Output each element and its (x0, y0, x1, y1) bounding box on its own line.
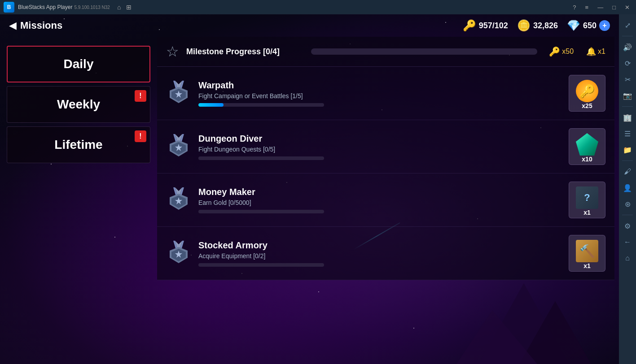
tab-lifetime-label: Lifetime (54, 138, 102, 152)
milestone-progress-bar (311, 48, 537, 55)
volume-icon[interactable]: 🔊 (620, 40, 635, 54)
mission-warpath-reward: 🔑 x25 (569, 75, 605, 112)
medal-armory (166, 241, 191, 266)
mission-dungeon-reward: x10 (569, 128, 605, 165)
mission-money-reward: ? x1 (569, 182, 605, 218)
mission-armory-progress-bar (198, 263, 324, 267)
tab-weekly-label: Weekly (57, 97, 100, 112)
mission-warpath-qty: x25 (582, 102, 592, 109)
back-arrow-icon: ◀ (9, 20, 17, 31)
back-button[interactable]: ◀ Missions (9, 20, 62, 31)
mission-money-qty: x1 (583, 209, 591, 216)
home-sidebar-icon[interactable]: ⌂ (620, 251, 635, 265)
content-area: Daily Weekly ! Lifetime ! ☆ Milestone Pr… (0, 37, 619, 364)
back-sidebar-icon[interactable]: ← (620, 235, 635, 249)
sidebar-sep-3 (622, 160, 633, 161)
titlebar-menu-btn[interactable]: ≡ (583, 3, 592, 12)
medal-money (166, 187, 191, 212)
titlebar-controls: ? ≡ — □ ✕ (570, 3, 632, 12)
tab-daily[interactable]: Daily (7, 46, 150, 82)
reward-key-icon: 🔑 (576, 80, 598, 102)
medal-dungeon (166, 134, 191, 159)
tab-daily-label: Daily (64, 57, 94, 71)
list-sidebar-icon[interactable]: ☰ (620, 126, 635, 141)
mission-warpath-fill (198, 103, 224, 107)
mission-armory-reward: 🔨 x1 (569, 235, 605, 272)
milestone-reward1-qty: x50 (562, 48, 574, 56)
mission-money-desc: Earn Gold [0/5000] (198, 199, 561, 206)
milestone-reward-2: 🔔 x1 (586, 47, 605, 56)
titlebar-close-btn[interactable]: ✕ (622, 3, 632, 12)
mission-dungeon-progress-bar (198, 156, 324, 160)
titlebar-home-btn[interactable]: ⌂ (117, 4, 121, 11)
currency-group: 🔑 957/102 🪙 32,826 💎 650 + (463, 19, 610, 32)
app-name: BlueStacks App Player (18, 4, 72, 10)
screenshot-sidebar-icon[interactable]: ✂ (620, 72, 635, 87)
reward-mystery-icon: ? (576, 186, 598, 209)
mission-money-info: Money Maker Earn Gold [0/5000] (198, 187, 561, 213)
titlebar-help-btn[interactable]: ? (570, 3, 579, 12)
tab-lifetime[interactable]: Lifetime ! (7, 126, 150, 163)
titlebar-minimize-btn[interactable]: — (595, 3, 606, 12)
page-title: Missions (20, 20, 62, 31)
titlebar: B BlueStacks App Player 5.9.100.1013 N32… (0, 0, 636, 14)
gold-currency: 🪙 32,826 (517, 19, 558, 32)
reward-gem-icon (576, 133, 598, 156)
milestone-progress-row: ☆ Milestone Progress [0/4] 🔑 x50 🔔 x1 (157, 37, 614, 67)
exclamation-icon: ! (139, 92, 141, 100)
mission-money-progress-bar (198, 210, 324, 213)
titlebar-grid-btn[interactable]: ⊞ (126, 4, 132, 11)
mission-warpath-progress-bar (198, 103, 324, 107)
gems-value: 650 (583, 21, 597, 30)
brush-sidebar-icon[interactable]: 🖌 (620, 165, 635, 179)
gems-currency: 💎 650 + (567, 19, 610, 32)
milestone-star-icon: ☆ (166, 43, 179, 60)
milestone-label: Milestone Progress [0/4] (186, 47, 299, 56)
keys-value: 957/102 (479, 21, 508, 30)
mission-warpath-info: Warpath Fight Campaign or Event Battles … (198, 80, 561, 107)
mission-list: ☆ Milestone Progress [0/4] 🔑 x50 🔔 x1 (157, 37, 619, 364)
stack-sidebar-icon[interactable]: ⊛ (620, 197, 635, 211)
right-sidebar: ⤢ 🔊 ⟳ ✂ 📷 🏢 ☰ 📁 🖌 👤 ⊛ ⚙ ← ⌂ (619, 14, 636, 364)
mission-warpath-name: Warpath (198, 80, 561, 91)
mission-armory-name: Stocked Armory (198, 240, 561, 251)
mission-money-maker[interactable]: Money Maker Earn Gold [0/5000] ? x1 (157, 173, 614, 227)
keys-currency: 🔑 957/102 (463, 19, 508, 32)
folder-sidebar-icon[interactable]: 📁 (620, 143, 635, 157)
reward-hammer-icon: 🔨 (576, 240, 598, 262)
sidebar-sep-2 (622, 106, 633, 107)
mission-stocked-armory[interactable]: Stocked Armory Acquire Equipment [0/2] 🔨… (157, 227, 614, 280)
top-bar: ◀ Missions 🔑 957/102 🪙 32,826 💎 650 + (0, 14, 619, 37)
mission-armory-qty: x1 (583, 262, 591, 269)
sidebar-sep-4 (622, 215, 633, 215)
mission-armory-desc: Acquire Equipment [0/2] (198, 252, 561, 260)
medal-warpath (166, 81, 191, 106)
camera-sidebar-icon[interactable]: 📷 (620, 88, 635, 103)
orientation-icon[interactable]: ⟳ (620, 56, 635, 70)
resize-icon[interactable]: ⤢ (620, 18, 635, 32)
left-nav: Daily Weekly ! Lifetime ! (0, 37, 157, 364)
milestone-reward2-qty: x1 (598, 48, 605, 56)
mission-warpath[interactable]: Warpath Fight Campaign or Event Battles … (157, 67, 614, 120)
add-gems-button[interactable]: + (599, 20, 610, 31)
sidebar-sep-1 (622, 36, 633, 36)
mission-dungeon-diver[interactable]: Dungeon Diver Fight Dungeon Quests [0/5]… (157, 120, 614, 173)
mission-dungeon-desc: Fight Dungeon Quests [0/5] (198, 146, 561, 153)
gold-value: 32,826 (533, 21, 558, 30)
titlebar-maximize-btn[interactable]: □ (610, 3, 618, 12)
game-ui: ◀ Missions 🔑 957/102 🪙 32,826 💎 650 + Da… (0, 14, 619, 364)
milestone-reward-1: 🔑 x50 (549, 46, 574, 57)
mission-dungeon-info: Dungeon Diver Fight Dungeon Quests [0/5] (198, 134, 561, 160)
weekly-notification-badge: ! (135, 90, 146, 102)
lifetime-notification-badge: ! (135, 130, 146, 142)
mission-money-name: Money Maker (198, 187, 561, 197)
mission-warpath-desc: Fight Campaign or Event Battles [1/5] (198, 92, 561, 100)
app-logo: B (4, 2, 14, 13)
mission-dungeon-name: Dungeon Diver (198, 134, 561, 144)
person-sidebar-icon[interactable]: 👤 (620, 181, 635, 195)
building-sidebar-icon[interactable]: 🏢 (620, 110, 635, 125)
mission-dungeon-qty: x10 (582, 156, 592, 163)
mission-armory-info: Stocked Armory Acquire Equipment [0/2] (198, 240, 561, 267)
tab-weekly[interactable]: Weekly ! (7, 86, 150, 123)
gear-sidebar-icon[interactable]: ⚙ (620, 219, 635, 233)
